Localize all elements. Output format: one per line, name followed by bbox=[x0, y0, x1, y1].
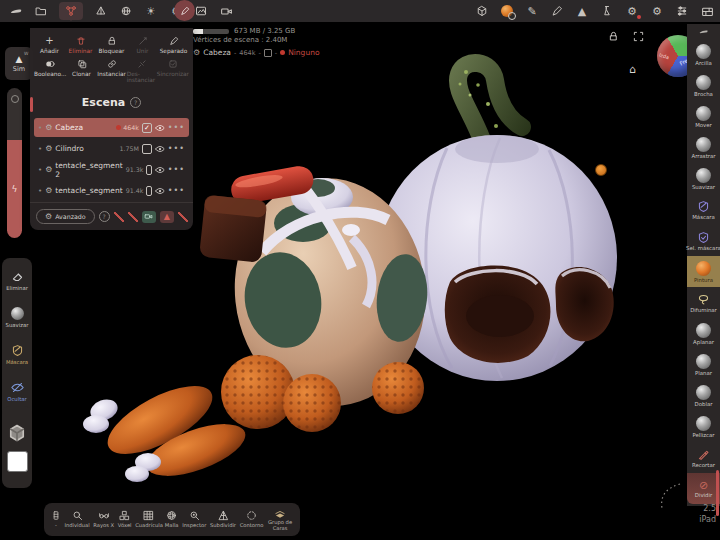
visibility-checkbox[interactable] bbox=[142, 144, 152, 154]
memory-bar bbox=[193, 29, 229, 34]
stylus-icon[interactable] bbox=[550, 4, 564, 18]
scene-graph-icon[interactable] bbox=[59, 2, 83, 20]
object-name: Cabeza bbox=[55, 123, 83, 132]
tool-mascara-left[interactable]: Máscara bbox=[2, 336, 32, 373]
scene-row-tentacle2[interactable]: • ⚙ tentacle_segment 2 91.3k ••• bbox=[34, 160, 189, 179]
outline-toggle[interactable]: Contorno bbox=[240, 510, 264, 528]
brush-intensity-slider[interactable]: ϟ bbox=[7, 140, 22, 238]
inspector-toggle[interactable]: Inspector bbox=[182, 510, 206, 528]
tool-planar[interactable]: Planar bbox=[687, 349, 720, 380]
scene-panel-scrollbar[interactable] bbox=[30, 97, 33, 112]
scene-row-tentacle[interactable]: • ⚙ tentacle_segment 91.4k ••• bbox=[34, 181, 189, 200]
tool-pellizcar[interactable]: Pellizcar bbox=[687, 411, 720, 442]
settings-alert-icon[interactable]: ⚙ bbox=[625, 4, 639, 18]
tool-arrastrar[interactable]: Arrastrar bbox=[687, 132, 720, 163]
sync-button[interactable]: Sincronizar bbox=[157, 58, 189, 83]
tool-doblar[interactable]: Doblar bbox=[687, 380, 720, 411]
add-object-button[interactable]: + Añadir bbox=[34, 35, 65, 54]
wireframe-toggle[interactable]: Malla bbox=[165, 510, 179, 528]
tool-pintura[interactable]: Pintura bbox=[687, 256, 720, 287]
eye-icon[interactable] bbox=[155, 186, 165, 196]
pencil-icon[interactable]: ✎ bbox=[525, 4, 539, 18]
fullscreen-icon[interactable] bbox=[633, 31, 644, 42]
lighting-icon[interactable]: ☀ bbox=[144, 4, 158, 18]
display-options-bar: - Individual Rayos X Vóxel Cuadrícula Ma… bbox=[44, 503, 300, 536]
interface-panels-icon[interactable] bbox=[700, 4, 714, 18]
solo-toggle[interactable]: Individual bbox=[64, 510, 89, 528]
matcap-cube-icon[interactable] bbox=[7, 423, 27, 443]
mesh-triangle-icon[interactable]: ▲ bbox=[575, 4, 589, 18]
eye-slash-icon bbox=[11, 381, 24, 394]
material-globe-icon[interactable] bbox=[119, 4, 133, 18]
brush-size-slider[interactable] bbox=[7, 88, 22, 140]
facegroups-toggle[interactable]: Grupo de Caras bbox=[267, 508, 293, 532]
light-gizmo[interactable] bbox=[595, 164, 607, 176]
gizmo-cube-icon[interactable] bbox=[475, 4, 489, 18]
help-icon[interactable]: ? bbox=[130, 97, 141, 108]
right-toolbar-scrollbar[interactable] bbox=[716, 470, 719, 516]
subdivide-button[interactable]: Subdividir bbox=[210, 510, 236, 528]
boolean-button[interactable]: Booleano... bbox=[34, 58, 66, 83]
symmetry-disabled-icon[interactable] bbox=[178, 212, 188, 222]
lab-flask-icon[interactable] bbox=[600, 4, 614, 18]
roughness-disabled-icon[interactable] bbox=[128, 212, 138, 222]
sim-button[interactable]: ▲W Sim bbox=[5, 47, 33, 80]
object-icon: ⚙ bbox=[45, 124, 52, 132]
tool-recortar[interactable]: Recortar bbox=[687, 442, 720, 473]
home-view-icon[interactable]: ⌂ bbox=[629, 63, 636, 76]
paint-disabled-icon[interactable] bbox=[114, 212, 124, 222]
delete-object-button[interactable]: Eliminar bbox=[65, 35, 96, 54]
tool-suavizar-left[interactable]: Suavizar bbox=[2, 299, 32, 336]
visibility-checkbox[interactable] bbox=[146, 165, 152, 175]
settings-icon[interactable]: ⚙ bbox=[650, 4, 664, 18]
eye-icon[interactable] bbox=[155, 144, 165, 154]
tool-scroll-stub[interactable] bbox=[698, 24, 710, 39]
separate-button[interactable]: Separado bbox=[158, 35, 189, 54]
sphere-icon bbox=[696, 168, 711, 183]
matcap-preview-icon[interactable] bbox=[500, 4, 514, 18]
object-name: tentacle_segment bbox=[55, 186, 122, 195]
tool-arcilla[interactable]: Arcilla bbox=[687, 39, 720, 70]
footer-help-icon[interactable]: ? bbox=[99, 211, 110, 222]
tool-difuminar[interactable]: Difuminar bbox=[687, 287, 720, 318]
brush-sliders[interactable]: ϟ bbox=[7, 88, 22, 238]
camera-icon[interactable] bbox=[219, 4, 233, 18]
uninstance-button[interactable]: Des-instanciar bbox=[127, 58, 157, 83]
validate-pen-fab[interactable] bbox=[174, 0, 195, 21]
join-button[interactable]: Unir bbox=[127, 35, 158, 54]
visibility-checkbox[interactable]: ✓ bbox=[142, 123, 152, 133]
files-folder-icon[interactable] bbox=[34, 4, 48, 18]
lock-view-icon[interactable] bbox=[608, 31, 619, 42]
lock-object-button[interactable]: Bloquear bbox=[96, 35, 127, 54]
grid-toggle[interactable]: Cuadrícula bbox=[135, 510, 161, 528]
eye-icon[interactable] bbox=[155, 123, 165, 133]
instance-button[interactable]: Instanciar bbox=[97, 58, 127, 83]
tool-mover[interactable]: Mover bbox=[687, 101, 720, 132]
clone-button[interactable]: Clonar bbox=[66, 58, 96, 83]
scene-row-cilindro[interactable]: • ⚙ Cilindro 1.75M ••• bbox=[34, 139, 189, 158]
advanced-button[interactable]: ⚙ Avanzado bbox=[36, 209, 95, 224]
sphere-icon bbox=[696, 106, 711, 121]
camera-toggle-icon[interactable] bbox=[142, 211, 156, 223]
tool-aplanar[interactable]: Aplanar bbox=[687, 318, 720, 349]
visibility-checkbox[interactable] bbox=[146, 186, 152, 196]
sliders-icon[interactable] bbox=[675, 4, 689, 18]
tool-eliminar[interactable]: Eliminar bbox=[2, 262, 32, 299]
voxel-toggle[interactable]: Vóxel bbox=[118, 510, 132, 528]
background-image-icon[interactable] bbox=[194, 4, 208, 18]
tool-ocultar[interactable]: Ocultar bbox=[2, 373, 32, 410]
dyntopo-toggle-icon[interactable]: ▲ bbox=[160, 211, 174, 223]
xray-toggle[interactable]: Rayos X bbox=[93, 510, 114, 528]
tool-brocha[interactable]: Brocha bbox=[687, 70, 720, 101]
topology-icon[interactable] bbox=[94, 4, 108, 18]
color-swatch[interactable] bbox=[7, 451, 28, 472]
scene-row-cabeza[interactable]: • ⚙ Cabeza 464k ✓ ••• bbox=[34, 118, 189, 137]
postprocess-toggle[interactable]: - bbox=[51, 510, 61, 528]
slider-handle[interactable] bbox=[11, 95, 19, 103]
tool-suavizar[interactable]: Suavizar bbox=[687, 163, 720, 194]
tool-sel-mascara[interactable]: Sel. máscara bbox=[687, 225, 720, 256]
clone-icon bbox=[76, 58, 87, 69]
eye-icon[interactable] bbox=[155, 165, 165, 175]
brush-tool-icon[interactable] bbox=[9, 4, 23, 18]
tool-mascara[interactable]: Máscara bbox=[687, 194, 720, 225]
